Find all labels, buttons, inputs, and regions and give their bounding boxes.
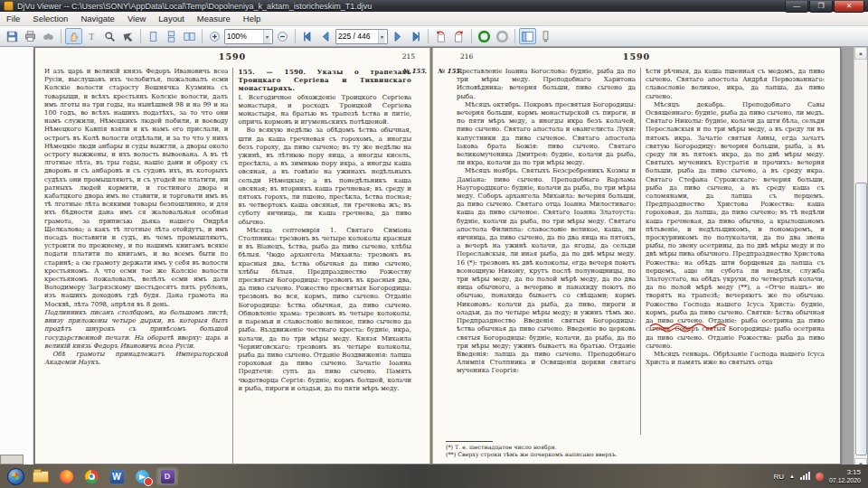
language-indicator[interactable]: RU (773, 473, 784, 481)
scroll-up-arrow[interactable]: ▲ (854, 47, 867, 60)
column-divider (232, 68, 233, 465)
page-number-input[interactable] (336, 31, 378, 42)
djvu-icon: D (161, 470, 175, 483)
gray-circle-icon (496, 31, 508, 42)
sidebar-panel-icon (522, 31, 533, 42)
facing-pages-icon (184, 31, 195, 42)
toolbar-separator (428, 29, 429, 43)
footnote: (**) Сверху строки тѣмъ же почеркомъ нап… (446, 451, 827, 458)
select-region-button[interactable] (119, 28, 137, 44)
single-page-layout-button[interactable] (145, 28, 162, 44)
word-icon: W (110, 470, 124, 483)
menu-bar: File Selection Navigate View Layout Meas… (0, 12, 868, 26)
document-area[interactable]: 1590 215 № 155. И азъ царь и великій кня… (0, 47, 868, 471)
minimize-button[interactable]: — (785, 1, 808, 13)
body-paragraph: Мѣсяцъ генварь. Обрѣзаніе Господа нашего… (646, 351, 825, 367)
taskbar-djvu-viewer[interactable]: D (156, 466, 179, 486)
volume-alert-icon[interactable] (816, 473, 824, 481)
continuous-pages-icon (165, 31, 177, 42)
zoom-dropdown-caret[interactable]: ▾ (263, 30, 270, 43)
magnifier-icon (104, 31, 116, 42)
green-status-button[interactable] (476, 28, 493, 44)
vertical-scrollbar[interactable]: ▲ ▼ (854, 47, 867, 471)
rotate-left-button[interactable] (432, 28, 449, 44)
window-title: DjVu Viewer -- C:\Users\SONY\AppData\Loc… (17, 2, 784, 11)
text-select-button[interactable]: T (83, 28, 100, 44)
right-page-margin-note: № 155. (438, 67, 462, 75)
binoculars-icon (42, 31, 54, 42)
menu-measure[interactable]: Measure (191, 14, 237, 23)
book-page-right[interactable]: 216 1590 № 155. Преставленіе Іоанна Бого… (433, 48, 840, 464)
menu-view[interactable]: View (121, 14, 152, 23)
rotate-left-icon (435, 31, 447, 42)
close-button[interactable]: ✕ (834, 1, 864, 13)
maximize-button[interactable]: ❐ (809, 1, 833, 13)
folder-icon (33, 471, 49, 483)
first-page-button[interactable] (299, 28, 316, 44)
zoom-in-icon (209, 31, 221, 42)
zoom-input[interactable] (225, 31, 263, 42)
network-icon[interactable] (800, 473, 810, 480)
left-page-column-2: 155. — 1590. Указы о трапезахъ Троицкаго… (238, 68, 422, 465)
chrome-icon (85, 470, 99, 483)
menu-navigate[interactable]: Navigate (74, 14, 121, 23)
continuous-layout-button[interactable] (163, 28, 180, 44)
print-button[interactable] (22, 28, 39, 44)
next-page-button[interactable] (389, 28, 406, 44)
zoom-tool-button[interactable] (101, 28, 118, 44)
taskbar-firefox[interactable] (54, 466, 78, 486)
right-page-columns: Преставленіе Іоанна Богослова: будніе, р… (433, 66, 840, 435)
sidebar-toggle-button[interactable] (519, 28, 536, 44)
colophon-paragraph: Обѣ грамоты принадлежатъ Императорской А… (44, 351, 228, 367)
text-select-icon: T (86, 31, 98, 42)
facing-pages-layout-button[interactable] (181, 28, 198, 44)
menu-file[interactable]: File (0, 14, 26, 23)
zoom-in-button[interactable] (206, 28, 223, 44)
last-page-button[interactable] (407, 28, 424, 44)
next-page-icon (392, 31, 403, 42)
windows-start-icon (7, 468, 24, 485)
menu-help[interactable]: Help (237, 14, 268, 23)
zoom-out-button[interactable] (274, 28, 291, 44)
thumbnail-pane-icon (540, 31, 552, 42)
toolbar-separator (202, 29, 203, 43)
taskbar-word[interactable]: W (105, 466, 128, 486)
left-page-margin-note: № 155. (402, 67, 427, 75)
taskbar-chrome[interactable] (80, 466, 103, 486)
menu-layout[interactable]: Layout (152, 14, 191, 23)
body-paragraph: Мѣсяцъ ноябрь. Святыхъ Безсребреникъ Коз… (457, 167, 636, 375)
save-button[interactable] (4, 28, 21, 44)
clock[interactable]: 3:15 07.12.2020 (829, 468, 861, 484)
toolbar-separator (140, 29, 141, 43)
previous-page-icon (320, 31, 332, 42)
clock-date: 07.12.2020 (829, 476, 861, 484)
toolbar-separator (61, 29, 61, 43)
right-page-column-2: ѣсти рѣчныя, да каша пшенная съ медомъ, … (646, 68, 825, 435)
status-corner (0, 455, 24, 465)
book-page-left[interactable]: 1590 215 № 155. И азъ царь и великій кня… (35, 48, 429, 464)
start-button[interactable] (4, 466, 27, 486)
toolbar-separator (295, 29, 296, 43)
menu-selection[interactable]: Selection (26, 14, 74, 23)
left-page-year: 1590 (35, 52, 429, 61)
title-bar[interactable]: DjVu Viewer -- C:\Users\SONY\AppData\Loc… (0, 0, 868, 12)
djvu-viewer-window: DjVu Viewer -- C:\Users\SONY\AppData\Loc… (0, 0, 868, 488)
rotate-right-button[interactable] (450, 28, 467, 44)
scrollbar-thumb[interactable] (855, 183, 867, 455)
page-dropdown-caret[interactable]: ▾ (378, 30, 385, 43)
hidden-icons-chevron[interactable]: ▲ (789, 474, 795, 479)
column-divider (640, 68, 641, 435)
left-page-column-1: И азъ царь и великій князь Федоръ Иванов… (44, 68, 228, 465)
pan-tool-button[interactable] (65, 28, 82, 44)
gray-status-button[interactable] (494, 28, 511, 44)
thumbnail-pane-button[interactable] (537, 28, 554, 44)
taskbar-telegram[interactable] (130, 466, 154, 486)
previous-page-button[interactable] (317, 28, 335, 44)
djvu-app-icon (4, 1, 14, 11)
system-tray: RU ▲ 3:15 07.12.2020 (773, 468, 868, 484)
first-page-icon (302, 31, 314, 42)
body-paragraph: Мѣсяцъ декабрь. Преподобнаго Савы Освяще… (646, 101, 825, 351)
thumbnail-sidebar[interactable] (0, 47, 34, 471)
search-button[interactable] (40, 28, 57, 44)
taskbar-file-explorer[interactable] (29, 466, 52, 486)
